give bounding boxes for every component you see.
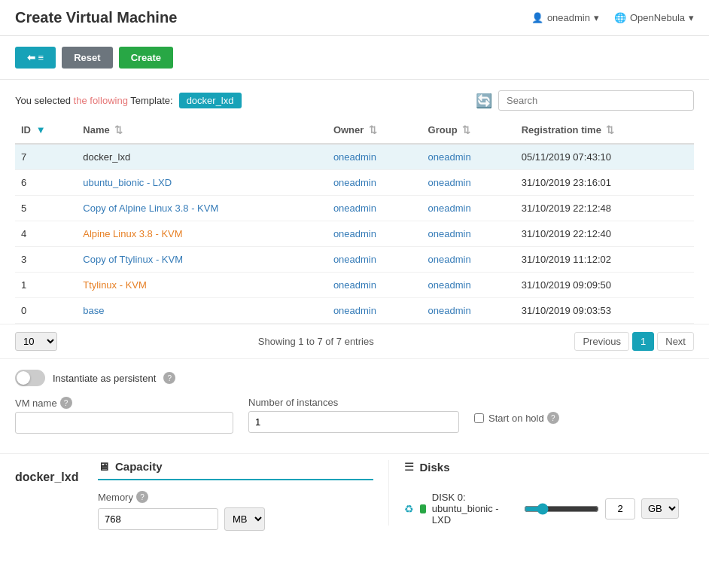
cell-owner: oneadmin (327, 221, 422, 247)
next-page-button[interactable]: Next (657, 332, 694, 351)
disks-header: ☰ Disks (404, 460, 680, 481)
start-on-hold-group: Start on hold ? (474, 397, 559, 424)
cell-group: oneadmin (422, 170, 516, 196)
user-dropdown-icon: ▾ (594, 12, 599, 23)
cell-name: ubuntu_bionic - LXD (77, 170, 327, 196)
col-reg-time[interactable]: Registration time ⇅ (516, 117, 694, 144)
capacity-title: Capacity (115, 460, 163, 473)
vm-name-label: VM name ? (15, 397, 233, 409)
refresh-button[interactable]: 🔄 (476, 93, 492, 109)
start-on-hold-label: Start on hold ? (488, 412, 559, 424)
pagination-info: Showing 1 to 7 of 7 entries (258, 336, 374, 347)
vm-name-input[interactable] (15, 412, 233, 434)
disk-unit-select[interactable]: MB GB (641, 498, 679, 519)
cell-name: Copy of Ttylinux - KVM (77, 247, 327, 273)
vm-template-name: docker_lxd (15, 460, 83, 484)
disk-item: ♻ DISK 0: ubuntu_bionic - LXD ▲ ▼ MB GB (404, 492, 680, 526)
instances-group: Number of instances (248, 397, 459, 433)
table-row[interactable]: 4 Alpine Linux 3.8 - KVM oneadmin oneadm… (15, 221, 694, 247)
cell-id: 5 (15, 196, 77, 221)
col-name[interactable]: Name ⇅ (77, 117, 327, 144)
instantiate-form: Instantiate as persistent ? VM name ? Nu… (0, 358, 709, 453)
create-button[interactable]: Create (119, 47, 173, 69)
disk-recycle-icon: ♻ (404, 503, 414, 515)
cell-reg-time: 31/10/2019 22:12:40 (516, 221, 694, 247)
disk-status-indicator (420, 504, 426, 513)
back-button[interactable]: ⬅ ≡ (15, 47, 56, 69)
prev-page-button[interactable]: Previous (574, 332, 629, 351)
cell-id: 0 (15, 298, 77, 324)
memory-row: KB MB GB (98, 507, 373, 531)
table-row[interactable]: 7 docker_lxd oneadmin oneadmin 05/11/201… (15, 144, 694, 170)
capacity-header: 🖥 Capacity (98, 460, 373, 480)
col-group[interactable]: Group ⇅ (422, 117, 516, 144)
vm-name-group: VM name ? (15, 397, 233, 434)
start-on-hold-help-icon: ? (547, 412, 559, 424)
persistent-row: Instantiate as persistent ? (15, 370, 694, 386)
disks-title: Disks (420, 461, 450, 474)
toggle-knob (17, 371, 30, 385)
cell-owner: oneadmin (327, 170, 422, 196)
cell-id: 6 (15, 170, 77, 196)
cell-owner: oneadmin (327, 247, 422, 273)
template-prefix: You selected the following Template: (15, 95, 173, 106)
cell-owner: oneadmin (327, 273, 422, 298)
page-title: Create Virtual Machine (15, 9, 177, 26)
cell-name: Alpine Linux 3.8 - KVM (77, 221, 327, 247)
persistent-help-icon: ? (163, 372, 175, 384)
cell-group: oneadmin (422, 196, 516, 221)
reset-button[interactable]: Reset (62, 47, 112, 69)
table-row[interactable]: 1 Ttylinux - KVM oneadmin oneadmin 31/10… (15, 273, 694, 298)
cell-name: Copy of Alpine Linux 3.8 - KVM (77, 196, 327, 221)
disk-size-input[interactable] (606, 500, 634, 517)
cell-reg-time: 31/10/2019 22:12:48 (516, 196, 694, 221)
cell-owner: oneadmin (327, 298, 422, 324)
col-owner[interactable]: Owner ⇅ (327, 117, 422, 144)
monitor-icon: 🖥 (98, 460, 109, 473)
memory-input[interactable] (98, 508, 218, 530)
pagination-nav: Previous 1 Next (574, 332, 694, 351)
cell-name: docker_lxd (77, 144, 327, 170)
col-id[interactable]: ID ▼ (15, 117, 77, 144)
table-row[interactable]: 5 Copy of Alpine Linux 3.8 - KVM oneadmi… (15, 196, 694, 221)
cell-reg-time: 31/10/2019 11:12:02 (516, 247, 694, 273)
disk-size-spinner: ▲ ▼ (605, 498, 635, 519)
cloud-dropdown-icon: ▾ (689, 12, 694, 23)
vm-config-row: VM name ? Number of instances Start on h… (15, 397, 694, 434)
cloud-menu[interactable]: 🌐 OpenNebula ▾ (614, 12, 694, 23)
pagination: 10 25 50 100 Showing 1 to 7 of 7 entries… (0, 324, 709, 358)
memory-group: Memory ? KB MB GB (98, 491, 373, 531)
instances-input[interactable] (248, 411, 459, 433)
persistent-label: Instantiate as persistent (53, 373, 156, 384)
page-size-select[interactable]: 10 25 50 100 (15, 332, 57, 351)
disk-size-slider[interactable] (524, 503, 599, 515)
templates-table-container: ID ▼ Name ⇅ Owner ⇅ Group ⇅ Registration… (0, 117, 709, 324)
cell-reg-time: 05/11/2019 07:43:10 (516, 144, 694, 170)
cell-name: Ttylinux - KVM (77, 273, 327, 298)
memory-label: Memory ? (98, 491, 373, 503)
cell-group: oneadmin (422, 144, 516, 170)
search-input[interactable] (498, 90, 694, 111)
cell-id: 1 (15, 273, 77, 298)
disks-section: ☰ Disks ♻ DISK 0: ubuntu_bionic - LXD ▲ … (388, 460, 695, 526)
cell-id: 3 (15, 247, 77, 273)
start-on-hold-checkbox[interactable] (474, 413, 484, 423)
table-row[interactable]: 3 Copy of Ttylinux - KVM oneadmin oneadm… (15, 247, 694, 273)
user-icon: 👤 (531, 12, 543, 23)
cell-reg-time: 31/10/2019 09:03:53 (516, 298, 694, 324)
vm-name-help-icon: ? (60, 397, 72, 409)
template-bar: You selected the following Template: doc… (0, 80, 709, 117)
user-menu[interactable]: 👤 oneadmin ▾ (531, 12, 599, 23)
cell-reg-time: 31/10/2019 09:09:50 (516, 273, 694, 298)
username: oneadmin (547, 12, 590, 23)
page-header: Create Virtual Machine 👤 oneadmin ▾ 🌐 Op… (0, 0, 709, 36)
toolbar: ⬅ ≡ Reset Create (0, 36, 709, 80)
page-1-button[interactable]: 1 (632, 332, 654, 351)
memory-unit-select[interactable]: KB MB GB (224, 507, 265, 531)
table-row[interactable]: 6 ubuntu_bionic - LXD oneadmin oneadmin … (15, 170, 694, 196)
table-row[interactable]: 0 base oneadmin oneadmin 31/10/2019 09:0… (15, 298, 694, 324)
cell-group: oneadmin (422, 247, 516, 273)
disks-icon: ☰ (404, 460, 414, 474)
persistent-toggle[interactable] (15, 370, 45, 386)
disk-name: DISK 0: ubuntu_bionic - LXD (432, 492, 518, 526)
